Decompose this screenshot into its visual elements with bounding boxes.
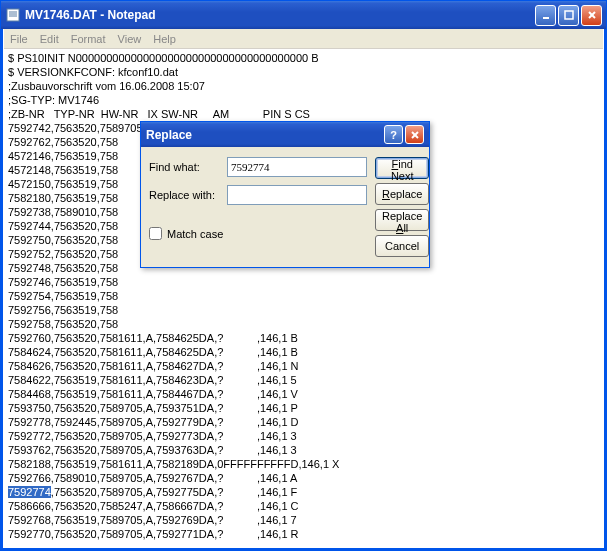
svg-rect-0 — [7, 9, 19, 21]
menu-edit[interactable]: Edit — [40, 33, 59, 45]
replace-dialog: Replace ? Find what: Replace with: Match… — [140, 121, 430, 268]
dialog-titlebar: Replace ? — [141, 122, 429, 147]
replace-all-button[interactable]: Replace All — [375, 209, 429, 231]
find-row: Find what: — [149, 157, 367, 177]
find-next-button[interactable]: Find Next — [375, 157, 429, 179]
window-title: MV1746.DAT - Notepad — [25, 8, 535, 22]
notepad-window: MV1746.DAT - Notepad File Edit Format Vi… — [0, 0, 607, 551]
menu-file[interactable]: File — [10, 33, 28, 45]
dialog-body: Find what: Replace with: Match case Find… — [141, 147, 429, 267]
dialog-close-button[interactable] — [405, 125, 424, 144]
maximize-button[interactable] — [558, 5, 579, 26]
match-case-checkbox[interactable] — [149, 227, 162, 240]
replace-button[interactable]: Replace — [375, 183, 429, 205]
replace-input[interactable] — [227, 185, 367, 205]
window-controls — [535, 5, 602, 26]
replace-label: Replace with: — [149, 189, 221, 201]
menu-format[interactable]: Format — [71, 33, 106, 45]
notepad-icon — [5, 7, 21, 23]
dialog-title: Replace — [146, 128, 384, 142]
dialog-left: Find what: Replace with: Match case — [149, 157, 367, 257]
find-label: Find what: — [149, 161, 221, 173]
match-case-label: Match case — [167, 228, 223, 240]
svg-rect-5 — [565, 11, 573, 19]
match-case-row: Match case — [149, 227, 367, 240]
dialog-controls: ? — [384, 125, 424, 144]
replace-row: Replace with: — [149, 185, 367, 205]
minimize-button[interactable] — [535, 5, 556, 26]
window-titlebar: MV1746.DAT - Notepad — [1, 1, 606, 29]
menu-view[interactable]: View — [118, 33, 142, 45]
menubar: File Edit Format View Help — [4, 29, 603, 49]
menu-help[interactable]: Help — [153, 33, 176, 45]
cancel-button[interactable]: Cancel — [375, 235, 429, 257]
find-input[interactable] — [227, 157, 367, 177]
close-button[interactable] — [581, 5, 602, 26]
dialog-buttons: Find Next Replace Replace All Cancel — [375, 157, 429, 257]
dialog-help-button[interactable]: ? — [384, 125, 403, 144]
